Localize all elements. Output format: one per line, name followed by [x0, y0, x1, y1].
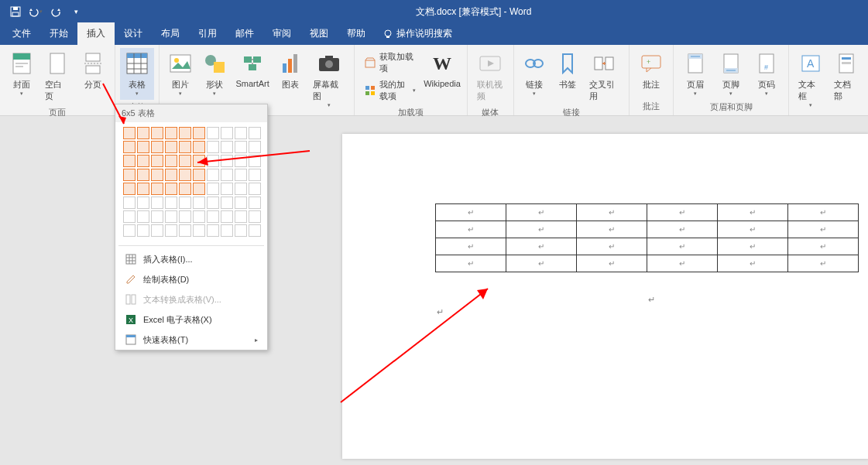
- grid-cell[interactable]: [165, 155, 177, 167]
- grid-cell[interactable]: [193, 127, 205, 139]
- blank-page-button[interactable]: 空白页: [40, 48, 75, 105]
- grid-cell[interactable]: [221, 169, 233, 181]
- grid-cell[interactable]: [235, 197, 247, 209]
- grid-cell[interactable]: [137, 224, 149, 237]
- document-table[interactable]: ↵↵↵↵↵↵↵↵↵↵↵↵↵↵↵↵↵↵↵↵↵↵↵↵: [435, 203, 859, 272]
- screenshot-button[interactable]: 屏幕截图▾: [308, 48, 349, 111]
- table-cell[interactable]: ↵: [577, 238, 647, 255]
- table-cell[interactable]: ↵: [436, 238, 506, 255]
- grid-cell[interactable]: [179, 169, 191, 181]
- table-cell[interactable]: ↵: [718, 204, 788, 221]
- table-cell[interactable]: ↵: [436, 221, 506, 238]
- grid-cell[interactable]: [207, 210, 219, 223]
- grid-cell[interactable]: [179, 224, 191, 237]
- grid-cell[interactable]: [193, 197, 205, 209]
- smartart-button[interactable]: SmartArt: [232, 48, 273, 91]
- grid-cell[interactable]: [123, 141, 136, 153]
- table-cell[interactable]: ↵: [647, 238, 718, 255]
- table-cell[interactable]: ↵: [788, 238, 859, 255]
- header-button[interactable]: 页眉▾: [678, 48, 712, 100]
- grid-cell[interactable]: [151, 141, 163, 153]
- grid-cell[interactable]: [249, 183, 261, 195]
- tell-me-search[interactable]: 操作说明搜索: [375, 22, 460, 45]
- grid-cell[interactable]: [235, 210, 247, 223]
- grid-cell[interactable]: [137, 197, 149, 209]
- tab-home[interactable]: 开始: [40, 22, 77, 45]
- online-video-button[interactable]: 联机视频: [472, 48, 509, 105]
- grid-cell[interactable]: [123, 224, 136, 237]
- grid-cell[interactable]: [123, 169, 136, 181]
- grid-cell[interactable]: [179, 197, 191, 209]
- grid-cell[interactable]: [235, 169, 247, 181]
- grid-cell[interactable]: [123, 183, 136, 195]
- grid-cell[interactable]: [151, 224, 163, 237]
- tab-mailings[interactable]: 邮件: [226, 22, 263, 45]
- redo-button[interactable]: [46, 2, 65, 21]
- comment-button[interactable]: + 批注: [634, 48, 668, 94]
- grid-cell[interactable]: [137, 127, 149, 139]
- grid-cell[interactable]: [165, 224, 177, 237]
- table-cell[interactable]: ↵: [577, 255, 647, 272]
- grid-cell[interactable]: [207, 224, 219, 237]
- table-cell[interactable]: ↵: [506, 255, 577, 272]
- grid-cell[interactable]: [249, 210, 261, 223]
- grid-cell[interactable]: [151, 155, 163, 167]
- grid-cell[interactable]: [235, 224, 247, 237]
- grid-cell[interactable]: [207, 169, 219, 181]
- table-cell[interactable]: ↵: [647, 255, 718, 272]
- get-addins-button[interactable]: 获取加载项: [361, 50, 419, 76]
- grid-cell[interactable]: [123, 197, 136, 209]
- tab-layout[interactable]: 布局: [152, 22, 189, 45]
- grid-cell[interactable]: [137, 183, 149, 195]
- table-cell[interactable]: ↵: [436, 204, 506, 221]
- grid-cell[interactable]: [151, 197, 163, 209]
- wikipedia-button[interactable]: W Wikipedia: [422, 48, 461, 91]
- grid-cell[interactable]: [249, 127, 261, 139]
- link-button[interactable]: 链接▾: [519, 48, 550, 100]
- pictures-button[interactable]: 图片▾: [164, 48, 197, 100]
- excel-spreadsheet-item[interactable]: X Excel 电子表格(X): [115, 309, 267, 330]
- draw-table-item[interactable]: 绘制表格(D): [115, 269, 267, 289]
- table-cell[interactable]: ↵: [506, 238, 577, 255]
- textbox-button[interactable]: A 文本框▾: [794, 48, 828, 111]
- grid-cell[interactable]: [165, 169, 177, 181]
- grid-cell[interactable]: [221, 183, 233, 195]
- bookmark-button[interactable]: 书签: [551, 48, 582, 94]
- grid-cell[interactable]: [179, 183, 191, 195]
- table-cell[interactable]: ↵: [647, 221, 718, 238]
- table-cell[interactable]: ↵: [436, 255, 506, 272]
- grid-cell[interactable]: [165, 127, 177, 139]
- grid-cell[interactable]: [207, 183, 219, 195]
- grid-cell[interactable]: [249, 197, 261, 209]
- crossref-button[interactable]: 交叉引用: [585, 48, 624, 105]
- grid-cell[interactable]: [165, 210, 177, 223]
- grid-cell[interactable]: [235, 127, 247, 139]
- grid-cell[interactable]: [123, 210, 136, 223]
- table-cell[interactable]: ↵: [647, 204, 718, 221]
- tab-file[interactable]: 文件: [3, 22, 40, 45]
- grid-cell[interactable]: [179, 210, 191, 223]
- table-grid-picker[interactable]: [115, 122, 267, 242]
- save-button[interactable]: [6, 2, 25, 21]
- table-cell[interactable]: ↵: [506, 221, 577, 238]
- grid-cell[interactable]: [165, 197, 177, 209]
- table-cell[interactable]: ↵: [788, 204, 859, 221]
- grid-cell[interactable]: [207, 197, 219, 209]
- grid-cell[interactable]: [221, 127, 233, 139]
- grid-cell[interactable]: [249, 224, 261, 237]
- grid-cell[interactable]: [137, 155, 149, 167]
- insert-table-item[interactable]: 插入表格(I)...: [115, 249, 267, 269]
- grid-cell[interactable]: [151, 210, 163, 223]
- table-cell[interactable]: ↵: [577, 204, 647, 221]
- cover-page-button[interactable]: 封面▾: [5, 48, 39, 100]
- grid-cell[interactable]: [207, 127, 219, 139]
- quickparts-button[interactable]: 文档部: [829, 48, 863, 105]
- undo-button[interactable]: ▾: [26, 2, 45, 21]
- grid-cell[interactable]: [123, 155, 136, 167]
- table-cell[interactable]: ↵: [718, 221, 788, 238]
- table-cell[interactable]: ↵: [788, 221, 859, 238]
- table-cell[interactable]: ↵: [577, 221, 647, 238]
- grid-cell[interactable]: [193, 210, 205, 223]
- grid-cell[interactable]: [193, 183, 205, 195]
- qat-customize-button[interactable]: ▾: [67, 2, 85, 21]
